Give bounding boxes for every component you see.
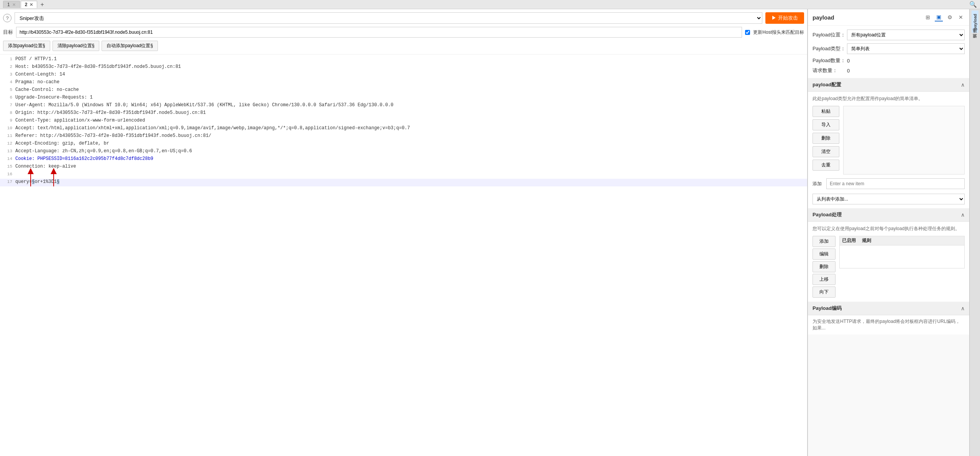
line-15: 15 Connection: keep-alive bbox=[0, 163, 807, 171]
payload-type-select[interactable]: 简单列表 bbox=[847, 43, 965, 54]
line-6: 6 Upgrade-Insecure-Requests: 1 bbox=[0, 94, 807, 102]
line-17: 17 query=§or+1%3D1§ bbox=[0, 179, 807, 186]
tab-1-close: ✕ bbox=[12, 2, 16, 7]
payload-position-label: Payload位置： bbox=[813, 31, 847, 38]
encoding-desc: 为安全地发送HTTP请求，最终的payload将会对板框内容进行URL编码，如果… bbox=[808, 315, 969, 334]
sidebar-tab-options[interactable]: 选项 bbox=[971, 34, 978, 38]
search-icon[interactable]: 🔍 bbox=[969, 1, 977, 8]
line-16: 16 bbox=[0, 171, 807, 179]
panel-view-button[interactable]: ▣ bbox=[935, 13, 943, 21]
right-panel-title: payload bbox=[813, 14, 924, 21]
clear-button[interactable]: 清空 bbox=[813, 146, 839, 157]
target-label: 目标 bbox=[3, 29, 13, 36]
add-payload-position-button[interactable]: 添加payload位置§ bbox=[3, 41, 50, 51]
processing-desc: 您可以定义在使用payload之前对每个payload执行各种处理任务的规则。 bbox=[813, 226, 965, 232]
from-list-select[interactable]: 从列表中添加... bbox=[813, 194, 965, 204]
proc-edit-button[interactable]: 编辑 bbox=[813, 249, 836, 260]
line-10: 10 Accept: text/html,application/xhtml+x… bbox=[0, 125, 807, 133]
line-9: 9 Content-Type: application/x-www-form-u… bbox=[0, 117, 807, 125]
line-13: 13 Accept-Language: zh-CN,zh;q=0.9,en;q=… bbox=[0, 148, 807, 156]
proc-col-rule: 规则 bbox=[862, 237, 871, 244]
line-2: 2 Host: b430553c-7d73-4f2e-8d30-f351dbf1… bbox=[0, 64, 807, 71]
import-button[interactable]: 导入 bbox=[813, 119, 839, 130]
line-7: 7 User-Agent: Mozilla/5.0 (Windows NT 10… bbox=[0, 102, 807, 110]
line-8: 8 Origin: http://b430553c-7d73-4f2e-8d30… bbox=[0, 110, 807, 117]
target-input[interactable] bbox=[16, 27, 742, 38]
tab-1-label: 1 bbox=[7, 2, 10, 7]
attack-type-select[interactable]: Sniper攻击 bbox=[15, 12, 762, 24]
help-button[interactable]: ? bbox=[3, 14, 11, 22]
right-sidebar: payload 选项 资源 bbox=[969, 9, 980, 456]
proc-up-button[interactable]: 上移 bbox=[813, 274, 836, 285]
line-12: 12 Accept-Encoding: gzip, deflate, br bbox=[0, 140, 807, 148]
tab-1[interactable]: 1 ✕ bbox=[3, 1, 20, 8]
add-label: 添加 bbox=[813, 181, 824, 187]
grid-view-button[interactable]: ⊞ bbox=[924, 13, 932, 21]
payload-count-label: Payload数量： bbox=[813, 57, 847, 64]
payload-processing-section: Payload处理 ∧ 您可以定义在使用payload之前对每个payload执… bbox=[808, 208, 969, 301]
proc-add-button[interactable]: 添加 bbox=[813, 236, 836, 247]
payload-type-label: Payload类型： bbox=[813, 45, 847, 52]
sidebar-tab-resources[interactable]: 资源 bbox=[971, 39, 978, 44]
tab-2-label: 2 bbox=[25, 2, 28, 7]
payload-config-section: payload配置 ∧ 此处payload类型允许您配置用作payload的简单… bbox=[808, 78, 969, 208]
payload-encoding-header[interactable]: Payload编码 ∧ bbox=[808, 302, 969, 315]
dedup-button[interactable]: 去重 bbox=[813, 160, 839, 171]
proc-delete-button[interactable]: 删除 bbox=[813, 261, 836, 272]
request-editor[interactable]: 1 POST / HTTP/1.1 2 Host: b430553c-7d73-… bbox=[0, 54, 807, 456]
delete-button[interactable]: 删除 bbox=[813, 133, 839, 144]
right-panel-header: payload ⊞ ▣ ⚙ ✕ bbox=[808, 9, 969, 26]
processing-collapse-icon: ∧ bbox=[961, 212, 965, 218]
paste-button[interactable]: 粘贴 bbox=[813, 106, 839, 117]
sidebar-tab-payload[interactable]: payload bbox=[972, 11, 978, 33]
request-count-label: 请求数量： bbox=[813, 67, 847, 74]
payload-config-desc: 此处payload类型允许您配置用作payload的简单清单。 bbox=[813, 95, 965, 102]
update-host-checkbox[interactable] bbox=[745, 30, 750, 35]
start-attack-button[interactable]: ▶ 开始攻击 bbox=[765, 12, 804, 24]
encoding-collapse-icon: ∧ bbox=[961, 305, 965, 311]
collapse-icon: ∧ bbox=[961, 82, 965, 88]
line-1: 1 POST / HTTP/1.1 bbox=[0, 56, 807, 64]
payload-count-value: 0 bbox=[847, 58, 850, 64]
proc-down-button[interactable]: 向下 bbox=[813, 286, 836, 298]
line-11: 11 Referer: http://b430553c-7d73-4f2e-8d… bbox=[0, 133, 807, 140]
payload-processing-title: Payload处理 bbox=[813, 211, 842, 218]
line-5: 5 Cache-Control: no-cache bbox=[0, 87, 807, 94]
payload-action-buttons: 粘贴 导入 删除 清空 去重 bbox=[813, 106, 839, 171]
line-3: 3 Content-Length: 14 bbox=[0, 71, 807, 79]
payload-config-header[interactable]: payload配置 ∧ bbox=[808, 78, 969, 92]
line-4: 4 Pragma: no-cache bbox=[0, 79, 807, 87]
payload-position-select[interactable]: 所有payload位置 bbox=[847, 30, 965, 40]
payload-config-title: payload配置 bbox=[813, 81, 841, 88]
payload-config-body: 此处payload类型允许您配置用作payload的简单清单。 粘贴 导入 删除… bbox=[808, 92, 969, 208]
tab-2[interactable]: 2 ✕ bbox=[21, 1, 38, 8]
payload-encoding-section: Payload编码 ∧ 为安全地发送HTTP请求，最终的payload将会对板框… bbox=[808, 302, 969, 334]
settings-button[interactable]: ⚙ bbox=[946, 13, 954, 21]
payload-encoding-title: Payload编码 bbox=[813, 305, 842, 312]
auto-add-payload-position-button[interactable]: 自动添加payload位置§ bbox=[102, 41, 158, 51]
proc-col-enabled: 已启用 bbox=[842, 237, 856, 244]
clear-payload-position-button[interactable]: 清除payload位置§ bbox=[53, 41, 100, 51]
line-14: 14 Cookie: PHPSESSID=8116a162c2c095b77f4… bbox=[0, 156, 807, 163]
tab-2-close[interactable]: ✕ bbox=[30, 2, 33, 7]
close-button[interactable]: ✕ bbox=[957, 13, 965, 21]
new-item-input[interactable] bbox=[826, 178, 965, 189]
update-host-label[interactable]: 更新Host报头来匹配目标 bbox=[745, 29, 804, 36]
new-tab-button[interactable]: + bbox=[38, 1, 46, 8]
payload-processing-header[interactable]: Payload处理 ∧ bbox=[808, 208, 969, 222]
payload-processing-body: 您可以定义在使用payload之前对每个payload执行各种处理任务的规则。 … bbox=[808, 222, 969, 301]
request-count-value: 0 bbox=[847, 68, 850, 74]
payload-position-section: Payload位置： 所有payload位置 Payload类型： 简单列表 P… bbox=[808, 26, 969, 78]
